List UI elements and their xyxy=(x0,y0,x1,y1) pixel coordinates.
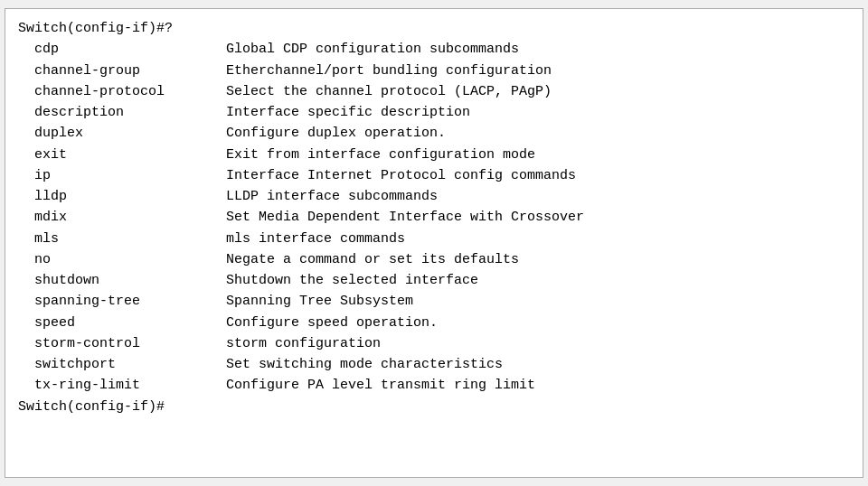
command-name: spanning-tree xyxy=(18,291,226,312)
command-row: speedConfigure speed operation. xyxy=(18,313,850,333)
command-description: storm configuration xyxy=(226,333,381,354)
command-description: Configure PA level transmit ring limit xyxy=(226,375,535,396)
command-name: channel-protocol xyxy=(18,81,226,102)
command-name: switchport xyxy=(18,354,226,375)
command-row: mdixSet Media Dependent Interface with C… xyxy=(18,207,850,228)
command-name: speed xyxy=(18,313,226,333)
command-description: Interface Internet Protocol config comma… xyxy=(226,165,576,186)
command-name: channel-group xyxy=(18,61,226,81)
command-description: Negate a command or set its defaults xyxy=(226,249,519,270)
command-description: Set Media Dependent Interface with Cross… xyxy=(226,207,584,228)
command-name: description xyxy=(18,102,226,123)
prompt-bottom: Switch(config-if)# xyxy=(18,397,850,417)
command-description: Select the channel protocol (LACP, PAgP) xyxy=(226,81,552,102)
command-row: storm-controlstorm configuration xyxy=(18,333,850,354)
command-row: mlsmls interface commands xyxy=(18,229,850,249)
command-name: storm-control xyxy=(18,333,226,354)
command-row: descriptionInterface specific descriptio… xyxy=(18,102,850,123)
commands-list: cdpGlobal CDP configuration subcommands … xyxy=(18,39,850,396)
command-row: exitExit from interface configuration mo… xyxy=(18,145,850,165)
command-row: ipInterface Internet Protocol config com… xyxy=(18,165,850,186)
command-name: tx-ring-limit xyxy=(18,375,226,396)
command-description: mls interface commands xyxy=(226,229,405,249)
command-row: tx-ring-limitConfigure PA level transmit… xyxy=(18,375,850,396)
command-row: switchportSet switching mode characteris… xyxy=(18,354,850,375)
prompt-top: Switch(config-if)#? xyxy=(18,18,850,39)
command-description: Etherchannel/port bundling configuration xyxy=(226,61,552,81)
command-name: cdp xyxy=(18,39,226,60)
command-name: exit xyxy=(18,145,226,165)
command-description: LLDP interface subcommands xyxy=(226,186,438,207)
command-row: channel-protocolSelect the channel proto… xyxy=(18,81,850,102)
command-row: shutdownShutdown the selected interface xyxy=(18,270,850,291)
command-description: Exit from interface configuration mode xyxy=(226,145,535,165)
command-description: Configure duplex operation. xyxy=(226,123,446,144)
command-description: Configure speed operation. xyxy=(226,313,438,333)
command-row: duplexConfigure duplex operation. xyxy=(18,123,850,144)
command-description: Global CDP configuration subcommands xyxy=(226,39,519,60)
command-row: spanning-treeSpanning Tree Subsystem xyxy=(18,291,850,312)
command-name: shutdown xyxy=(18,270,226,291)
command-name: lldp xyxy=(18,186,226,207)
command-name: mls xyxy=(18,229,226,249)
command-name: mdix xyxy=(18,207,226,228)
command-description: Set switching mode characteristics xyxy=(226,354,503,375)
command-row: lldpLLDP interface subcommands xyxy=(18,186,850,207)
command-name: ip xyxy=(18,165,226,186)
terminal-window: Switch(config-if)#? cdpGlobal CDP config… xyxy=(5,8,863,478)
command-name: no xyxy=(18,249,226,270)
command-name: duplex xyxy=(18,123,226,144)
command-row: noNegate a command or set its defaults xyxy=(18,249,850,270)
command-row: cdpGlobal CDP configuration subcommands xyxy=(18,39,850,60)
command-description: Shutdown the selected interface xyxy=(226,270,478,291)
command-description: Spanning Tree Subsystem xyxy=(226,291,413,312)
command-description: Interface specific description xyxy=(226,102,470,123)
command-row: channel-groupEtherchannel/port bundling … xyxy=(18,61,850,81)
